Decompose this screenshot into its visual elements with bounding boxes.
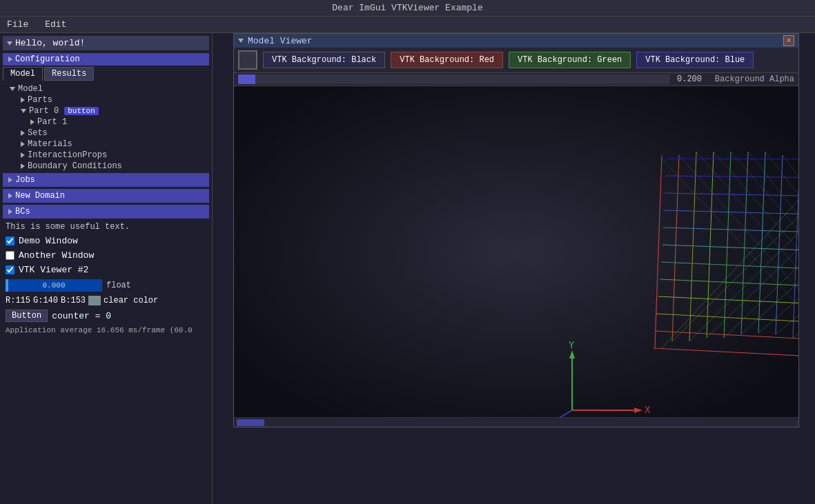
model-viewer-title: Model Viewer — [248, 36, 313, 46]
bg-blue-button[interactable]: VTK Background: Blue — [636, 52, 754, 68]
model-results-tabs: Model Results — [3, 67, 209, 81]
bg-red-button[interactable]: VTK Background: Red — [391, 52, 503, 68]
new-domain-label: New Domain — [15, 191, 65, 201]
new-domain-arrow — [8, 193, 12, 199]
color-b: B:153 — [61, 296, 86, 305]
checkbox-demo-window-label: Demo Window — [19, 236, 78, 246]
color-r: R:115 — [6, 296, 30, 305]
title-bar: Dear ImGui VTKViewer Example — [0, 0, 815, 17]
part1-arrow — [30, 119, 35, 125]
vtk-viewport[interactable]: ▼ Vtk — [234, 86, 798, 417]
color-g: G:140 — [33, 296, 58, 305]
float-label: float — [106, 281, 131, 290]
parts-label: Parts — [28, 95, 52, 105]
tree-item-part0[interactable]: Part 0 button — [19, 105, 209, 117]
bg-black-button[interactable]: VTK Background: Black — [263, 52, 385, 68]
counter-value: counter = 0 — [52, 311, 111, 321]
iprops-arrow — [21, 152, 25, 158]
color-row: R:115 G:140 B:153 clear color — [3, 294, 209, 307]
float-slider-fill — [6, 279, 8, 292]
sets-arrow — [21, 130, 25, 136]
bcs-button[interactable]: BCs — [3, 205, 209, 219]
menu-edit[interactable]: Edit — [41, 18, 70, 31]
tab-model[interactable]: Model — [3, 67, 43, 81]
tree-root-label: Model — [18, 84, 43, 94]
bcs-arrow — [8, 209, 12, 214]
useful-text: This is some useful text. — [3, 221, 209, 233]
alpha-fill — [238, 74, 255, 84]
alpha-slider[interactable] — [238, 74, 670, 84]
tree-item-boundary-conditions[interactable]: Boundary Conditions — [19, 161, 209, 172]
right-area: Model Viewer × VTK Background: Black VTK… — [213, 33, 815, 504]
menu-file[interactable]: File — [3, 18, 32, 31]
y-axis-label: Y — [569, 339, 575, 350]
model-viewer-title-bar: Model Viewer × — [234, 34, 798, 48]
checkbox-demo-window: Demo Window — [3, 234, 209, 248]
app-average: Application average 16.656 ms/frame (60.… — [3, 325, 209, 336]
model-viewer-window: Model Viewer × VTK Background: Black VTK… — [233, 33, 799, 427]
checkbox-another-window-label: Another Window — [19, 250, 94, 261]
float-slider[interactable]: 0.000 — [6, 279, 102, 292]
new-domain-button[interactable]: New Domain — [3, 189, 209, 203]
checkbox-another-window: Another Window — [3, 249, 209, 262]
color-label: clear color — [104, 296, 158, 305]
model-viewer-close-button[interactable]: × — [783, 35, 794, 46]
tree-item-parts[interactable]: Parts — [19, 94, 209, 105]
tab-results[interactable]: Results — [44, 67, 94, 81]
part0-badge: button — [64, 107, 99, 115]
jobs-label: Jobs — [15, 175, 35, 185]
main-layout: Hello, world! Configuration Model Result… — [0, 33, 815, 504]
hello-world-header: Hello, world! — [3, 36, 209, 50]
jobs-arrow — [8, 177, 12, 183]
materials-label: Materials — [28, 139, 72, 149]
mesh-svg: X Y Z — [234, 86, 798, 417]
color-preview[interactable] — [88, 296, 101, 305]
mv-collapse-icon[interactable] — [238, 39, 244, 43]
config-label: Configuration — [15, 54, 80, 64]
model-expand-icon[interactable] — [10, 87, 15, 91]
part0-label: Part 0 — [29, 106, 59, 116]
checkbox-vtk-viewer: VTK Viewer #2 — [3, 263, 209, 276]
scrollbar-thumb[interactable] — [237, 419, 264, 426]
bg-green-button[interactable]: VTK Background: Green — [509, 52, 631, 68]
model-viewer-toolbar: VTK Background: Black VTK Background: Re… — [234, 48, 798, 73]
model-tree: Model Parts Part 0 button Part 1 — [3, 83, 209, 172]
tree-root: Model — [8, 83, 209, 94]
tree-item-interaction-props[interactable]: InteractionProps — [19, 150, 209, 161]
hello-collapse-icon[interactable] — [7, 41, 12, 46]
alpha-value: 0.200 — [670, 74, 711, 84]
float-value: 0.000 — [42, 281, 65, 290]
close-icon: × — [787, 37, 791, 45]
part0-arrow — [21, 109, 26, 113]
part1-label: Part 1 — [37, 117, 67, 127]
tree-item-materials[interactable]: Materials — [19, 139, 209, 150]
config-arrow-icon — [8, 57, 12, 62]
float-slider-row: 0.000 float — [3, 278, 209, 293]
tree-item-sets[interactable]: Sets — [19, 128, 209, 139]
left-panel: Hello, world! Configuration Model Result… — [0, 33, 213, 504]
checkbox-vtk-viewer-input[interactable] — [6, 265, 14, 274]
materials-arrow — [21, 141, 25, 147]
app-title: Dear ImGui VTKViewer Example — [332, 3, 482, 13]
model-viewer-scrollbar[interactable] — [234, 417, 798, 427]
alpha-row: 0.200 Background Alpha — [234, 73, 798, 86]
parts-arrow — [21, 97, 25, 103]
svg-rect-0 — [234, 86, 798, 417]
bcs-label: BCs — [15, 207, 30, 216]
configuration-button[interactable]: Configuration — [3, 53, 209, 65]
counter-button[interactable]: Button — [6, 310, 48, 322]
bc-label: Boundary Conditions — [28, 161, 122, 171]
counter-row: Button counter = 0 — [3, 308, 209, 323]
checkbox-vtk-viewer-label: VTK Viewer #2 — [19, 265, 88, 275]
hello-world-title: Hello, world! — [15, 38, 85, 48]
checkbox-another-window-input[interactable] — [6, 251, 14, 260]
tree-item-part1[interactable]: Part 1 — [19, 117, 209, 128]
sets-label: Sets — [28, 128, 48, 138]
bg-color-preview[interactable] — [238, 50, 257, 70]
menu-bar: File Edit — [0, 17, 815, 33]
alpha-label: Background Alpha — [711, 74, 794, 84]
checkbox-demo-window-input[interactable] — [6, 236, 14, 245]
iprops-label: InteractionProps — [28, 150, 107, 160]
x-axis-label: X — [645, 404, 651, 415]
jobs-button[interactable]: Jobs — [3, 173, 209, 187]
